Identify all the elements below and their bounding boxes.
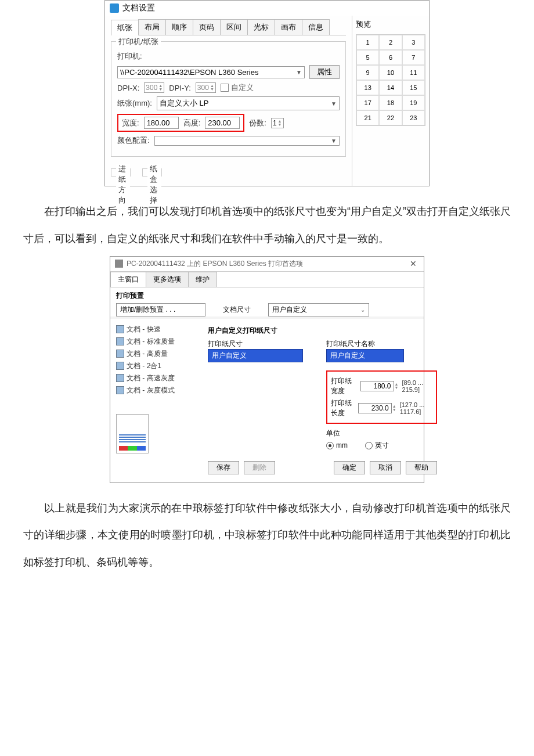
preset-item[interactable]: 文档 - 标准质量	[116, 336, 203, 348]
preview-thumbnail	[116, 414, 149, 453]
dialog2-title: PC-202004111432 上的 EPSON L360 Series 打印首…	[127, 259, 303, 269]
tab-page-number[interactable]: 页码	[193, 19, 221, 35]
printer-icon	[115, 260, 123, 268]
printer-label: 打印机:	[117, 51, 142, 62]
width-label: 宽度:	[122, 118, 139, 128]
preset-item[interactable]: 文档 - 高质量	[116, 348, 203, 360]
copies-spinner[interactable]: 1 ▲▼	[271, 118, 284, 128]
preview-cell: 21	[356, 110, 379, 125]
unit-mm-radio[interactable]: mm	[326, 441, 348, 449]
user-defined-heading: 用户自定义打印纸尺寸	[208, 326, 437, 336]
preset-item[interactable]: 文档 - 快速	[116, 323, 203, 336]
height-input[interactable]: 230.00	[205, 117, 240, 129]
paper-length-input[interactable]: 230.0	[358, 403, 392, 413]
radio-icon	[326, 442, 334, 449]
tab-range[interactable]: 区间	[220, 19, 248, 35]
preview-cell: 11	[402, 65, 425, 80]
printer-value: \\PC-202004111432\EPSON L360 Series	[120, 68, 259, 77]
dpix-value: 300	[146, 84, 157, 92]
preview-cell: 10	[379, 65, 402, 80]
highlight-rect-2: 打印纸宽度 180.0 ▲▼ [89.0 ... 215.9] 打印纸长度	[326, 370, 437, 424]
paper-size-label: 打印纸尺寸	[208, 339, 303, 349]
custom-dpi-label: 自定义	[231, 82, 254, 93]
preview-cell: 2	[379, 35, 402, 50]
body-paragraph-1: 在打印输出之后，我们可以发现打印机首选项中的纸张尺寸也变为“用户自定义”双击打开…	[23, 198, 511, 253]
close-icon[interactable]: ✕	[407, 259, 419, 268]
doc-icon	[116, 362, 124, 370]
tab-info[interactable]: 信息	[302, 19, 330, 35]
highlight-rect: 宽度: 180.00 高度: 230.00	[117, 114, 244, 132]
document-settings-dialog: 文档设置 纸张 布局 顺序 页码 区间 光标 画布 信息 打印机/纸张 打印机:	[104, 0, 430, 186]
printer-preferences-dialog: PC-202004111432 上的 EPSON L360 Series 打印首…	[110, 256, 424, 483]
printer-select[interactable]: \\PC-202004111432\EPSON L360 Series ▼	[117, 66, 305, 78]
preset-item[interactable]: 文档 - 高速灰度	[116, 372, 203, 384]
tab-order[interactable]: 顺序	[165, 19, 193, 35]
document-size-value: 用户自定义	[272, 305, 307, 315]
preview-cell: 7	[402, 50, 425, 65]
group-title: 打印机/纸张	[116, 37, 161, 47]
dpiy-label: DPI-Y:	[169, 84, 191, 92]
dpix-spinner[interactable]: 300 ▲▼	[144, 82, 164, 93]
checkbox-icon	[221, 84, 229, 92]
delete-button[interactable]: 删除	[244, 461, 275, 474]
tab-cursor[interactable]: 光标	[247, 19, 275, 35]
tab-layout[interactable]: 布局	[138, 19, 166, 35]
chevron-down-icon: ▼	[331, 138, 337, 144]
tab-more-options[interactable]: 更多选项	[146, 272, 189, 287]
tab-maintenance[interactable]: 维护	[188, 272, 217, 287]
dialog-titlebar: 文档设置	[104, 0, 430, 16]
preview-cell: 3	[402, 35, 425, 50]
tab-main[interactable]: 主窗口	[110, 272, 146, 287]
cancel-button[interactable]: 取消	[370, 461, 401, 474]
add-remove-label: 增加/删除预置 . . .	[120, 305, 175, 315]
doc-icon	[116, 386, 124, 394]
tab-canvas[interactable]: 画布	[275, 19, 302, 35]
preview-cell: 15	[402, 80, 425, 95]
preview-title: 预览	[356, 19, 425, 30]
preview-cell: 23	[402, 110, 425, 125]
add-remove-preset[interactable]: 增加/删除预置 . . .	[116, 303, 205, 316]
properties-button[interactable]: 属性	[309, 65, 340, 79]
preview-cell: 6	[379, 50, 402, 65]
preview-grid: 1 2 3 5 6 7 9 10 11 13 14 15 17 18 19 21	[356, 34, 425, 126]
preview-cell: 9	[356, 65, 379, 80]
dpiy-spinner[interactable]: 300 ▲▼	[196, 82, 216, 93]
save-button[interactable]: 保存	[208, 461, 239, 474]
paper-size-select[interactable]: 自定义大小 LP ▼	[157, 96, 340, 110]
preset-list: 文档 - 快速 文档 - 标准质量 文档 - 高质量 文档 - 2合1 文档 -…	[116, 323, 203, 477]
document-size-select[interactable]: 用户自定义 ⌄	[268, 303, 369, 316]
printer-paper-group: 打印机/纸张 打印机: \\PC-202004111432\EPSON L360…	[111, 41, 346, 157]
print-presets-heading: 打印预置	[116, 291, 418, 301]
paper-size-name-input[interactable]: 用户自定义	[326, 349, 404, 362]
tray-select-group: 纸盒选择	[147, 164, 161, 206]
unit-label: 单位	[326, 429, 340, 438]
paper-width-input[interactable]: 180.0	[360, 381, 394, 391]
paper-length-range: [127.0 ... 1117.6]	[400, 401, 432, 415]
tab-paper[interactable]: 纸张	[111, 20, 139, 35]
color-profile-select[interactable]: ▼	[154, 136, 340, 146]
paper-size-value: 自定义大小 LP	[160, 98, 209, 109]
chevron-down-icon: ▼	[296, 69, 302, 75]
doc-icon	[116, 374, 124, 382]
unit-inch-radio[interactable]: 英寸	[365, 441, 389, 451]
custom-dpi-checkbox[interactable]: 自定义	[221, 82, 254, 93]
preview-cell: 5	[356, 50, 379, 65]
preview-cell: 17	[356, 95, 379, 110]
paper-length-label: 打印纸长度	[331, 398, 355, 418]
tab-bar: 纸张 布局 顺序 页码 区间 光标 画布 信息	[111, 19, 346, 35]
preset-item[interactable]: 文档 - 2合1	[116, 360, 203, 372]
paper-size-list[interactable]: 用户自定义	[208, 349, 303, 362]
feed-direction-group: 进纸方向	[116, 164, 130, 206]
dpiy-value: 300	[197, 84, 209, 92]
paper-size-selected: 用户自定义	[212, 351, 247, 361]
back-icon[interactable]	[110, 3, 119, 13]
paper-width-range: [89.0 ... 215.9]	[402, 379, 432, 393]
height-label: 高度:	[183, 118, 201, 128]
width-input[interactable]: 180.00	[144, 117, 179, 129]
preset-item[interactable]: 文档 - 灰度模式	[116, 384, 203, 397]
color-profile-label: 颜色配置:	[117, 135, 150, 146]
radio-icon	[365, 442, 373, 449]
help-button[interactable]: 帮助	[406, 461, 437, 474]
doc-icon	[116, 350, 124, 358]
ok-button[interactable]: 确定	[334, 461, 365, 474]
